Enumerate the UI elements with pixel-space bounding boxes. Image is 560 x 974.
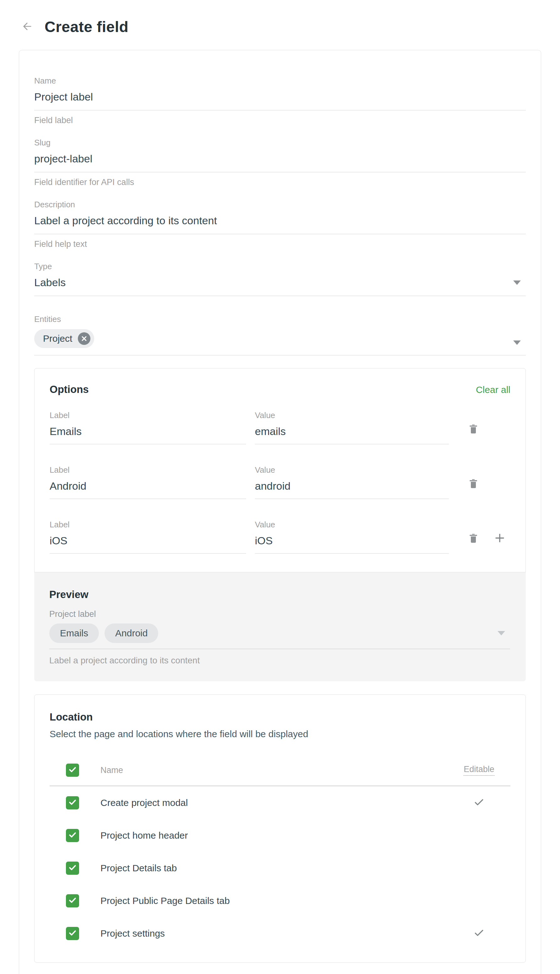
entity-chip-label: Project xyxy=(43,333,72,344)
option-row: Label iOS Value iOS xyxy=(50,520,510,554)
entities-field-label: Entities xyxy=(34,314,526,324)
delete-option-button[interactable] xyxy=(467,477,480,491)
location-row: Project Details tab xyxy=(50,852,510,884)
name-input[interactable]: Project label xyxy=(34,91,93,103)
add-option-button[interactable] xyxy=(493,532,507,546)
preview-title: Preview xyxy=(49,589,510,601)
preview-helper: Label a project according to its content xyxy=(49,655,510,666)
page-header: Create field xyxy=(0,0,560,35)
preview-select[interactable]: Emails Android xyxy=(49,623,510,649)
location-subtitle: Select the page and locations where the … xyxy=(50,729,510,739)
check-icon xyxy=(68,830,77,840)
editable-check-icon xyxy=(473,927,485,941)
option-label-input[interactable]: Emails xyxy=(50,425,246,444)
location-row: Project Public Page Details tab xyxy=(50,884,510,917)
remove-entity-button[interactable] xyxy=(78,332,90,345)
location-table-header: Name Editable xyxy=(50,757,510,784)
location-row-name: Project home header xyxy=(100,830,188,841)
slug-input[interactable]: project-label xyxy=(34,153,92,165)
description-field-label: Description xyxy=(34,200,526,209)
delete-option-button[interactable] xyxy=(467,532,480,546)
name-field-label: Name xyxy=(34,76,526,86)
trash-icon xyxy=(467,532,480,546)
option-label-input[interactable]: iOS xyxy=(50,535,246,554)
preview-chip: Android xyxy=(105,623,158,643)
check-icon xyxy=(68,765,77,775)
clear-all-link[interactable]: Clear all xyxy=(476,384,510,395)
column-header-editable[interactable]: Editable xyxy=(463,765,494,776)
chevron-down-icon xyxy=(498,631,505,635)
row-checkbox[interactable] xyxy=(66,796,79,809)
delete-option-button[interactable] xyxy=(467,423,480,436)
arrow-left-icon xyxy=(21,20,33,34)
location-row-name: Project Details tab xyxy=(100,863,177,874)
column-header-name: Name xyxy=(100,765,123,775)
preview-section: Preview Project label Emails Android Lab… xyxy=(34,572,526,681)
entity-chip-project[interactable]: Project xyxy=(34,329,94,348)
create-field-card: Name Project label Field label Slug proj… xyxy=(19,50,541,974)
location-row-name: Create project modal xyxy=(100,797,188,808)
options-section: Options Clear all Label Emails Value ema… xyxy=(34,368,526,572)
preview-chip: Emails xyxy=(49,623,99,643)
option-value-caption: Value xyxy=(255,520,449,530)
location-row: Project home header xyxy=(50,819,510,852)
location-row-name: Project settings xyxy=(100,928,165,939)
slug-field-helper: Field identifier for API calls xyxy=(34,177,526,187)
select-all-checkbox[interactable] xyxy=(66,763,79,777)
trash-icon xyxy=(467,423,480,436)
location-row: Project settings xyxy=(50,917,510,950)
option-row: Label Android Value android xyxy=(50,465,510,499)
close-icon xyxy=(81,333,87,344)
preview-field-label: Project label xyxy=(49,609,510,619)
type-select[interactable]: Labels xyxy=(34,276,526,296)
location-title: Location xyxy=(50,711,510,723)
check-icon xyxy=(68,798,77,808)
option-label-caption: Label xyxy=(50,520,246,530)
row-checkbox[interactable] xyxy=(66,927,79,940)
trash-icon xyxy=(467,477,480,491)
slug-field: Slug project-label Field identifier for … xyxy=(34,138,526,187)
options-title: Options xyxy=(50,384,89,396)
name-field-helper: Field label xyxy=(34,115,526,125)
slug-field-label: Slug xyxy=(34,138,526,148)
row-checkbox[interactable] xyxy=(66,894,79,907)
location-row: Create project modal xyxy=(50,787,510,819)
name-field: Name Project label Field label xyxy=(34,76,526,125)
row-checkbox[interactable] xyxy=(66,862,79,875)
type-select-value: Labels xyxy=(34,276,66,289)
plus-icon xyxy=(493,532,506,546)
location-table: Name Editable Create project modal xyxy=(50,757,510,950)
location-section: Location Select the page and locations w… xyxy=(34,695,526,963)
location-row-name: Project Public Page Details tab xyxy=(100,895,230,906)
type-field: Type Labels xyxy=(34,262,526,296)
row-checkbox[interactable] xyxy=(66,829,79,842)
check-icon xyxy=(68,896,77,906)
back-button[interactable] xyxy=(20,20,34,34)
option-value-caption: Value xyxy=(255,411,449,420)
description-field-helper: Field help text xyxy=(34,239,526,249)
check-icon xyxy=(68,929,77,939)
option-value-input[interactable]: iOS xyxy=(255,535,449,554)
entities-select[interactable]: Project xyxy=(34,329,526,356)
editable-check-icon xyxy=(473,796,485,810)
option-label-input[interactable]: Android xyxy=(50,480,246,499)
page-title: Create field xyxy=(45,18,128,35)
option-value-caption: Value xyxy=(255,465,449,475)
check-icon xyxy=(68,863,77,873)
chevron-down-icon[interactable] xyxy=(513,341,521,345)
option-row: Label Emails Value emails xyxy=(50,411,510,444)
option-label-caption: Label xyxy=(50,465,246,475)
chevron-down-icon[interactable] xyxy=(513,281,521,285)
option-value-input[interactable]: emails xyxy=(255,425,449,444)
option-value-input[interactable]: android xyxy=(255,480,449,499)
entities-field: Entities Project xyxy=(34,314,526,356)
type-field-label: Type xyxy=(34,262,526,271)
description-input[interactable]: Label a project according to its content xyxy=(34,214,217,227)
option-label-caption: Label xyxy=(50,411,246,420)
description-field: Description Label a project according to… xyxy=(34,200,526,249)
